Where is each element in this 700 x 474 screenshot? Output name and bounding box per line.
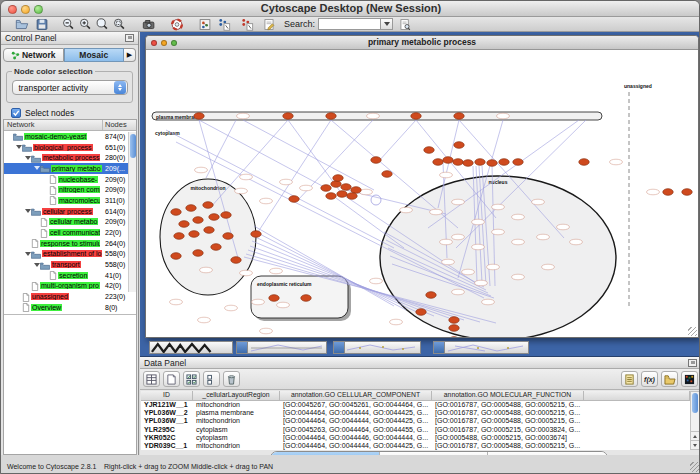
network-node-small[interactable] <box>537 234 550 240</box>
network-node-small[interactable] <box>440 239 453 245</box>
network-node[interactable] <box>513 159 523 166</box>
attribute-editor-button[interactable] <box>621 371 638 387</box>
network-node[interactable] <box>382 171 392 178</box>
network-node-small[interactable] <box>512 274 525 280</box>
network-node-small[interactable] <box>277 302 290 308</box>
tab-overflow-button[interactable]: ▶ <box>124 48 136 62</box>
network-node[interactable] <box>174 233 184 240</box>
network-node-small[interactable] <box>260 198 273 204</box>
tree-row[interactable]: response to stimulu264(0) <box>4 238 136 249</box>
network-node[interactable] <box>347 193 357 200</box>
layout-blue-icon[interactable] <box>217 18 231 31</box>
network-node-small[interactable] <box>440 172 453 178</box>
table-scrollbar[interactable] <box>690 391 700 450</box>
network-node[interactable] <box>189 231 199 238</box>
network-node[interactable] <box>171 253 181 260</box>
network-node-small[interactable] <box>252 299 265 305</box>
tree-row[interactable]: nitrogen compo209(0) <box>4 184 136 195</box>
attribute-table[interactable]: ID_cellularLayoutRegionannotation.GO CEL… <box>141 391 690 450</box>
network-node[interactable] <box>326 113 336 120</box>
tree-row[interactable]: secretion41(0) <box>4 270 136 281</box>
column-header[interactable]: ID <box>141 391 193 401</box>
expander-icon[interactable] <box>24 252 31 256</box>
table-row[interactable]: YJR121W__1mitochondrion[GO:0045267, GO:0… <box>141 401 690 409</box>
network-node-small[interactable] <box>390 319 403 325</box>
network-node[interactable] <box>231 257 241 264</box>
network-node[interactable] <box>453 159 463 166</box>
network-overview-icon[interactable] <box>198 18 212 31</box>
network-node[interactable] <box>449 317 459 324</box>
network-node[interactable] <box>193 250 203 257</box>
network-node-small[interactable] <box>442 259 455 265</box>
network-node[interactable] <box>211 244 221 251</box>
float-panel-icon[interactable] <box>125 34 134 42</box>
scroll-up-button[interactable] <box>691 431 699 440</box>
search-config-icon[interactable] <box>398 18 412 31</box>
network-node-small[interactable] <box>557 224 570 230</box>
network-node[interactable] <box>171 209 181 216</box>
tree-row[interactable]: establishment of lo558(0) <box>4 249 136 260</box>
tree-scrollbar-thumb[interactable] <box>130 134 136 158</box>
network-node-small[interactable] <box>647 189 660 195</box>
network-node[interactable] <box>194 113 204 120</box>
network-node-small[interactable] <box>370 278 383 284</box>
expander-icon[interactable] <box>24 156 31 160</box>
open-icon[interactable] <box>15 18 29 31</box>
tree-row[interactable]: primary metabo209(... <box>4 163 136 174</box>
network-node-small[interactable] <box>270 268 283 274</box>
network-node-small[interactable] <box>240 270 253 276</box>
layout-red-icon[interactable] <box>240 18 254 31</box>
network-node-small[interactable] <box>452 234 465 240</box>
network-node-small[interactable] <box>300 185 313 191</box>
network-node[interactable] <box>416 309 426 316</box>
delete-attribute-button[interactable] <box>223 371 240 387</box>
expander-icon[interactable] <box>24 209 31 213</box>
network-node-small[interactable] <box>170 299 183 305</box>
network-node-small[interactable] <box>430 209 443 215</box>
column-header[interactable]: annotation.GO MOLECULAR_FUNCTION <box>432 391 584 401</box>
minimized-window[interactable] <box>333 341 421 354</box>
network-node-small[interactable] <box>452 199 465 205</box>
tree-row[interactable]: cell communicat22(0) <box>4 227 136 238</box>
network-node[interactable] <box>426 292 436 299</box>
tree-row[interactable]: macromolecule311(0) <box>4 195 136 206</box>
network-node[interactable] <box>209 214 219 221</box>
table-row[interactable]: YLR295Ccytoplasm[GO:0045263, GO:0044464,… <box>141 426 690 434</box>
network-node-small[interactable] <box>475 280 488 286</box>
attribute-table-button[interactable] <box>143 371 160 387</box>
network-node-small[interactable] <box>225 305 238 311</box>
network-node[interactable] <box>186 205 196 212</box>
network-node-small[interactable] <box>570 239 583 245</box>
network-node[interactable] <box>682 189 692 196</box>
network-node-small[interactable] <box>452 289 465 295</box>
expander-icon[interactable] <box>33 263 40 267</box>
select-nodes-checkbox[interactable] <box>11 108 21 118</box>
tree-row[interactable]: metabolic process280(0) <box>4 152 136 163</box>
network-node[interactable] <box>203 202 213 209</box>
network-node[interactable] <box>301 295 311 302</box>
save-icon[interactable] <box>35 18 49 31</box>
table-row[interactable]: YKR052Ccytoplasm[GO:0044464, GO:0044446,… <box>141 434 690 442</box>
network-node[interactable] <box>463 160 473 167</box>
network-node-small[interactable] <box>200 267 213 273</box>
network-node[interactable] <box>371 157 381 164</box>
column-header[interactable]: annotation.GO CELLULAR_COMPONENT <box>280 391 432 401</box>
network-node[interactable] <box>251 231 261 238</box>
network-node[interactable] <box>326 193 336 200</box>
minimized-window[interactable] <box>149 341 233 354</box>
float-panel-icon[interactable] <box>688 359 697 367</box>
attribute-matrix-button[interactable] <box>681 371 698 387</box>
table-row[interactable]: YPL036W__2plasma membrane[GO:0044464, GO… <box>141 409 690 417</box>
new-attribute-button[interactable] <box>163 371 180 387</box>
network-node[interactable] <box>193 217 203 224</box>
zoom-fit-icon[interactable] <box>95 18 109 31</box>
import-attributes-button[interactable] <box>661 371 678 387</box>
network-node-small[interactable] <box>492 229 505 235</box>
minimized-window[interactable] <box>236 341 327 354</box>
network-node-small[interactable] <box>195 167 208 173</box>
tree-row[interactable]: cellular process614(0) <box>4 206 136 217</box>
zoom-in-icon[interactable] <box>78 18 92 31</box>
network-node[interactable] <box>433 159 443 166</box>
network-node[interactable] <box>454 142 464 149</box>
network-node-small[interactable] <box>235 188 248 194</box>
